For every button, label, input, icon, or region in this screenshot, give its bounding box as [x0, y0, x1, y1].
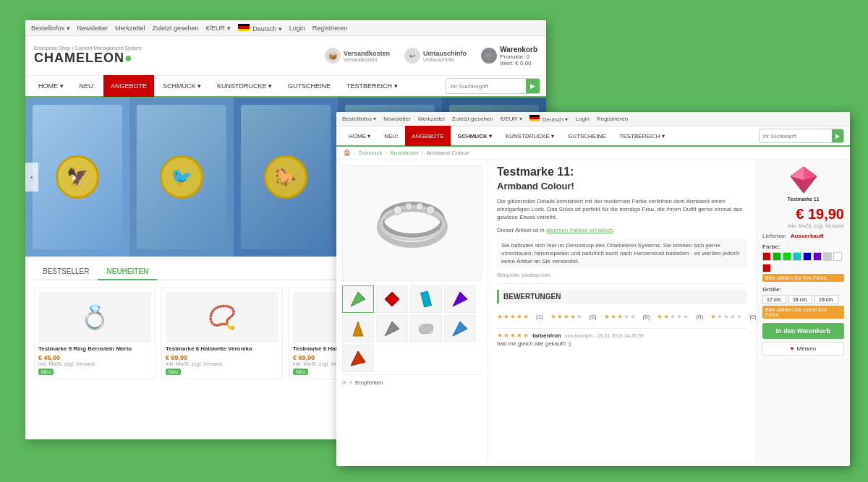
- cart-products: Produkte: 0: [500, 53, 537, 60]
- swatch-teal[interactable]: [793, 252, 801, 261]
- swatch-red2[interactable]: [762, 264, 771, 272]
- front-wish-button[interactable]: ♥ Merken: [762, 342, 844, 356]
- brand-diamond: [789, 165, 818, 194]
- back-tab-bestseller[interactable]: BESTSELLER: [34, 264, 98, 280]
- front-nav-gutscheine[interactable]: GUTSCHEINE: [561, 126, 612, 146]
- back-topbar-zuletzt[interactable]: Zuletzt gesehen: [153, 25, 199, 32]
- exchange-sub: Umtauschinfo: [423, 57, 467, 62]
- front-thumb-5[interactable]: [342, 315, 374, 343]
- back-topbar-register[interactable]: Registrieren: [312, 25, 348, 32]
- swatch-green[interactable]: [783, 252, 791, 261]
- front-size-options: 17 cm. 18 cm. 19 cm.: [762, 295, 844, 304]
- front-topbar-lang[interactable]: Deutsch ▾: [529, 115, 569, 123]
- back-hero-prev[interactable]: ‹: [25, 163, 38, 191]
- back-product-2-name: Testmarke 6 Halskette Veronika: [166, 345, 278, 353]
- back-product-2-img: 📿: [166, 292, 278, 343]
- back-nav-gutscheine[interactable]: GUTSCHEINE: [281, 75, 338, 97]
- back-product-1[interactable]: 💍 Testmarke 9 Ring Bernstein Merto € 45,…: [34, 288, 156, 379]
- front-topbar-merkzettel[interactable]: Merkzettel: [418, 116, 445, 122]
- review-item-header: ★ ★ ★ ★ ★ farbenfroh von Anonym - 28.01.…: [497, 332, 747, 339]
- front-topbar-zuletzt[interactable]: Zuletzt gesehen: [452, 116, 493, 122]
- front-topbar-currency[interactable]: €/EUR ▾: [501, 116, 522, 122]
- front-nav-neu[interactable]: NEU:: [378, 126, 404, 146]
- front-cart-button[interactable]: In den Warenkorb: [762, 323, 844, 339]
- back-topbar-currency[interactable]: €/EUR ▾: [206, 25, 231, 32]
- farben-link[interactable]: diversen Farben erhältlich: [546, 227, 613, 233]
- breadcrumb-home[interactable]: 🏠: [344, 150, 351, 156]
- front-product-subtitle: Armband Colour!: [497, 181, 747, 191]
- swatch-gray[interactable]: [823, 252, 832, 261]
- swatch-purple[interactable]: [813, 252, 822, 261]
- front-rating-row: ★ ★ ★ ★ ★ (1) ★ ★ ★ ★ ★ (0): [497, 308, 747, 325]
- share-icon: ⟳: [342, 380, 346, 386]
- front-product-desc: Die glitzernden Details kombiniert mit d…: [497, 197, 747, 222]
- star-5: ★: [523, 313, 529, 320]
- front-nav-kunstdrucke[interactable]: KUNSTDRUCKE ▾: [499, 126, 561, 146]
- back-topbar-merkzettel[interactable]: Merkzettel: [115, 25, 145, 32]
- exchange-text: Umtauschinfo Umtauschinfo: [423, 50, 467, 62]
- swatch-blue[interactable]: [803, 252, 812, 261]
- front-thumb-3[interactable]: [410, 285, 442, 313]
- rating-stars-3: ★ ★ ★ ★ ★: [604, 313, 636, 320]
- cart-value: Wert: € 0,00: [500, 60, 537, 66]
- front-nav-schmuck[interactable]: SCHMUCK ▾: [451, 126, 498, 147]
- front-topbar-login[interactable]: Login: [575, 116, 590, 122]
- front-thumb-6[interactable]: [376, 315, 408, 343]
- shipping-label: Versandkosten: [344, 50, 390, 57]
- back-topbar-login[interactable]: Login: [289, 25, 305, 32]
- exchange-info[interactable]: ↩ Umtauschinfo Umtauschinfo: [404, 46, 467, 66]
- front-availability: Lieferbar: Ausverkauft: [762, 233, 844, 239]
- front-search-input[interactable]: [760, 132, 832, 140]
- back-product-2[interactable]: 📿 Testmarke 6 Halskette Veronika € 69,90…: [161, 288, 283, 379]
- back-nav-home[interactable]: HOME ▾: [31, 75, 71, 97]
- back-nav-testbereich[interactable]: TESTBEREICH ▾: [339, 75, 405, 97]
- front-nav-testbereich[interactable]: TESTBEREICH ▾: [613, 126, 671, 146]
- front-thumb-1[interactable]: [342, 285, 374, 313]
- back-search-input[interactable]: [446, 82, 526, 91]
- front-search-button[interactable]: ▶: [832, 129, 843, 143]
- front-thumb-8[interactable]: [444, 315, 476, 343]
- front-nav: HOME ▾ NEU: ANGEBOTE SCHMUCK ▾ KUNSTDRUC…: [336, 126, 850, 147]
- front-nav-angebote[interactable]: ANGEBOTE: [405, 126, 450, 146]
- back-product-2-badge: Neu: [166, 369, 181, 375]
- front-thumb-7[interactable]: [410, 315, 442, 343]
- back-search[interactable]: ▶: [446, 78, 540, 94]
- front-topbar-register[interactable]: Registrieren: [597, 116, 628, 122]
- front-nav-home[interactable]: HOME ▾: [342, 126, 377, 146]
- size-17[interactable]: 17 cm.: [762, 295, 786, 304]
- star-3-1: ★: [604, 313, 610, 320]
- back-product-3-badge: Neu: [293, 369, 308, 375]
- swatch-red[interactable]: [762, 252, 771, 261]
- front-search[interactable]: ▶: [759, 129, 844, 143]
- front-thumb-2[interactable]: [376, 285, 408, 313]
- front-topbar-bestellinfos[interactable]: Bestellinfos ▾: [342, 116, 376, 122]
- back-header-icons: 📦 Versandkosten Versandkosten ↩ Umtausch…: [325, 46, 537, 66]
- swatch-green-dark[interactable]: [773, 252, 781, 261]
- front-price: € 19,90: [762, 206, 844, 223]
- front-main-image: [342, 165, 482, 281]
- logo-main[interactable]: CHAMELEON●: [34, 51, 142, 66]
- swatch-white[interactable]: [833, 252, 842, 261]
- back-nav-neu[interactable]: NEU:: [72, 75, 103, 97]
- back-search-button[interactable]: ▶: [526, 78, 540, 94]
- back-hero-item-2: 🐦: [129, 98, 234, 257]
- size-18[interactable]: 18 cm.: [788, 295, 812, 304]
- front-topbar-newsletter[interactable]: Newsletter: [383, 116, 411, 122]
- breadcrumb-schmuck[interactable]: Schmuck: [359, 150, 383, 156]
- back-nav-kunstdrucke[interactable]: KUNSTDRUCKE ▾: [210, 75, 279, 97]
- back-tab-neuheiten[interactable]: NEUHEITEN: [98, 264, 157, 280]
- cart-info[interactable]: 🛒 Warenkorb Produkte: 0 Wert: € 0,00: [481, 46, 537, 66]
- brand-name: Testmarke 11: [762, 197, 844, 202]
- shipping-info[interactable]: 📦 Versandkosten Versandkosten: [325, 46, 390, 66]
- size-warning: Bitte wählen Sie zuerst Ihre Farbe.: [762, 306, 844, 319]
- breadcrumb-armbaender[interactable]: Armbänder: [390, 150, 419, 156]
- back-nav-schmuck[interactable]: SCHMUCK ▾: [156, 75, 208, 97]
- size-19[interactable]: 19 cm.: [814, 295, 838, 304]
- front-thumb-4[interactable]: [444, 285, 476, 313]
- front-sidebar: Testmarke 11 € 19,90 inkl. MwSt. zzgl. V…: [756, 160, 850, 463]
- front-thumb-9[interactable]: [342, 345, 374, 372]
- back-topbar-newsletter[interactable]: Newsletter: [77, 25, 109, 32]
- back-topbar-bestellinfos[interactable]: Bestellinfos ▾: [31, 25, 70, 32]
- back-nav-angebote[interactable]: ANGEBOTE: [103, 75, 154, 97]
- back-topbar-lang[interactable]: Deutsch ▾: [238, 24, 282, 33]
